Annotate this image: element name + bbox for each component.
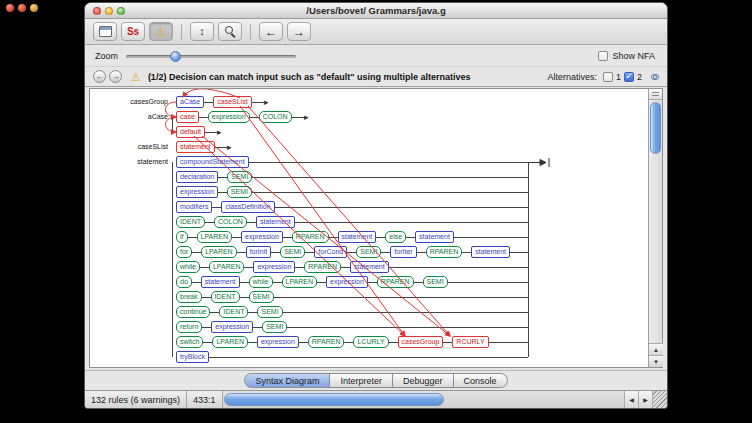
- scroll-left-button[interactable]: ◀: [624, 391, 638, 408]
- goto-rule-button[interactable]: ↕: [190, 22, 214, 41]
- horizontal-scrollbar-thumb[interactable]: [224, 393, 445, 406]
- tab-interpreter[interactable]: Interpreter: [329, 373, 393, 388]
- diagram-node-COLON[interactable]: COLON: [259, 111, 292, 123]
- minimize-button[interactable]: [105, 7, 113, 15]
- alternative-1-checkbox[interactable]: [603, 72, 613, 82]
- toolbar-separator: [250, 24, 251, 40]
- diagram-node-switch[interactable]: switch: [176, 336, 203, 348]
- diagram-node-compoundStatement[interactable]: compoundStatement: [176, 156, 249, 168]
- diagram-node-if[interactable]: if: [176, 231, 188, 243]
- link-alternatives-button[interactable]: [651, 74, 659, 80]
- diagram-node-SEMI[interactable]: SEMI: [262, 321, 287, 333]
- diagram-node-else[interactable]: else: [385, 231, 406, 243]
- diagram-node-expression[interactable]: expression: [326, 276, 368, 288]
- diagram-node-forIter[interactable]: forIter: [390, 246, 416, 258]
- diagram-node-while[interactable]: while: [176, 261, 200, 273]
- diagram-node-aCase[interactable]: aCase: [176, 96, 204, 108]
- diagram-node-for[interactable]: for: [176, 246, 192, 258]
- diagram-node-caseSList[interactable]: caseSList: [213, 96, 251, 108]
- tab-strip: Syntax DiagramInterpreterDebuggerConsole: [85, 370, 667, 390]
- syntax-coloring-button[interactable]: Ss: [121, 22, 145, 41]
- diagram-node-LCURLY[interactable]: LCURLY: [353, 336, 388, 348]
- diagram-node-declaration[interactable]: declaration: [176, 171, 218, 183]
- diagram-node-RPAREN[interactable]: RPAREN: [304, 261, 341, 273]
- next-warning-button[interactable]: →: [109, 70, 122, 83]
- alternative-2-checkbox[interactable]: [624, 72, 634, 82]
- diagram-node-SEMI[interactable]: SEMI: [257, 306, 282, 318]
- horizontal-scrollbar-track[interactable]: [223, 391, 624, 408]
- close-button[interactable]: [93, 7, 101, 15]
- warnings-button[interactable]: ⚠: [149, 22, 173, 41]
- diagram-node-LPAREN[interactable]: LPAREN: [212, 336, 248, 348]
- pane-splitter-icon[interactable]: [649, 89, 662, 100]
- maximize-button[interactable]: [117, 7, 125, 15]
- navigate-back-button[interactable]: ←: [259, 22, 283, 41]
- diagram-node-COLON[interactable]: COLON: [214, 216, 247, 228]
- diagram-node-expression[interactable]: expression: [253, 261, 295, 273]
- diagram-node-SEMI[interactable]: SEMI: [249, 291, 274, 303]
- zoom-slider[interactable]: [126, 49, 296, 63]
- diagram-node-casesGroup[interactable]: casesGroup: [398, 336, 444, 348]
- diagram-node-LPAREN[interactable]: LPAREN: [197, 231, 233, 243]
- diagram-node-LPAREN[interactable]: LPAREN: [201, 246, 237, 258]
- diagram-node-RPAREN[interactable]: RPAREN: [377, 276, 414, 288]
- diagram-node-SEMI[interactable]: SEMI: [356, 246, 381, 258]
- diagram-node-RPAREN[interactable]: RPAREN: [426, 246, 463, 258]
- find-button[interactable]: [218, 22, 242, 41]
- navigate-forward-button[interactable]: →: [287, 22, 311, 41]
- diagram-node-statement[interactable]: statement: [350, 261, 389, 273]
- diagram-node-while[interactable]: while: [249, 276, 273, 288]
- diagram-canvas[interactable]: casesGroupaCasecaseSList▸aCasecaseexpres…: [90, 89, 648, 367]
- scroll-up-button[interactable]: ▲: [649, 343, 663, 355]
- vertical-scrollbar-thumb[interactable]: [650, 102, 661, 154]
- diagram-node-statement[interactable]: statement: [471, 246, 510, 258]
- diagram-node-expression[interactable]: expression: [241, 231, 283, 243]
- title-bar[interactable]: /Users/bovet/ Grammars/java.g: [85, 3, 667, 19]
- zoom-slider-knob[interactable]: [170, 51, 181, 62]
- diagram-node-statement[interactable]: statement: [338, 231, 377, 243]
- diagram-node-forInit[interactable]: forInit: [246, 246, 272, 258]
- diagram-node-expression[interactable]: expression: [176, 186, 218, 198]
- diagram-node-continue[interactable]: continue: [176, 306, 210, 318]
- diagram-node-statement[interactable]: statement: [201, 276, 240, 288]
- rule-nodes: IDENTCOLONstatement: [176, 215, 295, 229]
- diagram-node-IDENT[interactable]: IDENT: [219, 306, 248, 318]
- diagram-node-expression[interactable]: expression: [211, 321, 253, 333]
- diagram-node-RCURLY[interactable]: RCURLY: [452, 336, 488, 348]
- horizontal-scrollbar[interactable]: ◀ ▶: [223, 391, 652, 408]
- editor-view-button[interactable]: [93, 22, 117, 41]
- diagram-node-IDENT[interactable]: IDENT: [176, 216, 205, 228]
- diagram-node-default[interactable]: default: [176, 126, 205, 138]
- diagram-node-tryBlock[interactable]: tryBlock: [176, 351, 209, 363]
- diagram-node-statement[interactable]: statement: [415, 231, 454, 243]
- previous-warning-button[interactable]: ←: [93, 70, 106, 83]
- scroll-down-button[interactable]: ▼: [649, 355, 663, 367]
- diagram-node-forCond[interactable]: forCond: [314, 246, 347, 258]
- diagram-node-expression[interactable]: expression: [257, 336, 299, 348]
- show-nfa-checkbox[interactable]: [598, 51, 608, 61]
- diagram-node-SEMI[interactable]: SEMI: [423, 276, 448, 288]
- tab-debugger[interactable]: Debugger: [392, 373, 454, 388]
- scroll-right-button[interactable]: ▶: [638, 391, 652, 408]
- diagram-node-LPAREN[interactable]: LPAREN: [209, 261, 245, 273]
- diagram-node-RPAREN[interactable]: RPAREN: [292, 231, 329, 243]
- diagram-node-SEMI[interactable]: SEMI: [227, 186, 252, 198]
- resize-grip[interactable]: [652, 391, 667, 408]
- diagram-node-modifiers[interactable]: modifiers: [176, 201, 212, 213]
- vertical-scrollbar[interactable]: ▲ ▼: [648, 89, 662, 367]
- tab-console[interactable]: Console: [453, 373, 508, 388]
- diagram-node-IDENT[interactable]: IDENT: [211, 291, 240, 303]
- diagram-node-expression[interactable]: expression: [208, 111, 250, 123]
- diagram-node-do[interactable]: do: [176, 276, 192, 288]
- diagram-node-return[interactable]: return: [176, 321, 202, 333]
- diagram-node-SEMI[interactable]: SEMI: [227, 171, 252, 183]
- diagram-node-RPAREN[interactable]: RPAREN: [308, 336, 345, 348]
- diagram-node-LPAREN[interactable]: LPAREN: [282, 276, 318, 288]
- diagram-node-statement[interactable]: statement: [176, 141, 215, 153]
- diagram-node-statement[interactable]: statement: [256, 216, 295, 228]
- tab-syntax-diagram[interactable]: Syntax Diagram: [244, 373, 330, 388]
- diagram-node-SEMI[interactable]: SEMI: [280, 246, 305, 258]
- diagram-node-break[interactable]: break: [176, 291, 202, 303]
- diagram-node-case[interactable]: case: [176, 111, 199, 123]
- diagram-node-classDefinition[interactable]: classDefinition: [221, 201, 274, 213]
